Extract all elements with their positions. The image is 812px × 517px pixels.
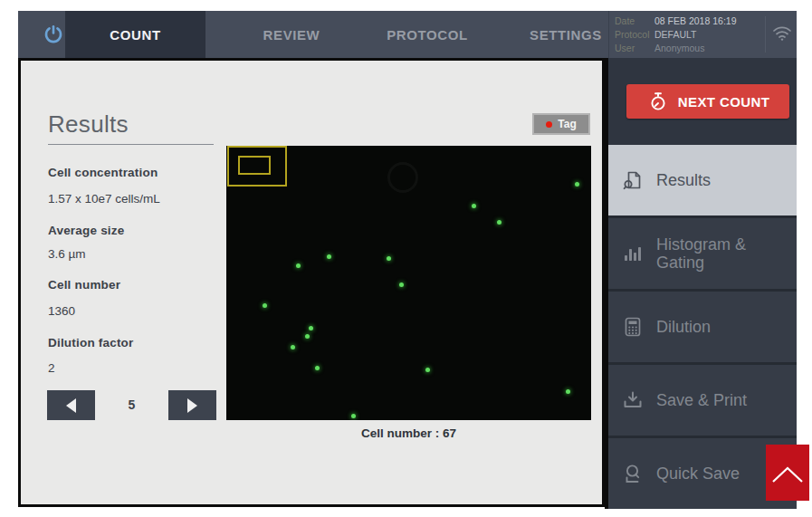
info-row-user: User Anonymous — [615, 42, 765, 54]
detected-cell-dot — [327, 254, 331, 259]
detected-cell-dot — [309, 326, 313, 330]
left-arrow-icon — [66, 398, 76, 413]
save-print-icon — [621, 388, 645, 412]
detected-cell-dot — [263, 303, 267, 308]
info-row-protocol: Protocol DEFAULT — [615, 28, 765, 41]
calculator-icon — [621, 315, 645, 339]
power-icon[interactable] — [43, 24, 64, 45]
cell-concentration-value: 1.57 x 10e7 cells/mL — [48, 192, 160, 206]
dilution-factor-label: Dilution factor — [48, 336, 134, 349]
protocol-label: Protocol — [615, 28, 654, 41]
sidebar-item-label: Results — [656, 171, 772, 189]
user-label: User — [615, 42, 654, 54]
results-title: Results — [48, 110, 129, 139]
cell-microscopy-image[interactable] — [226, 146, 591, 420]
tag-record-dot-icon — [546, 121, 552, 128]
results-title-underline — [48, 144, 214, 145]
sidebar-item-label: Save & Print — [656, 391, 772, 409]
previous-image-button[interactable] — [47, 390, 95, 420]
protocol-value: DEFAULT — [654, 28, 696, 41]
sidebar-top-section: NEXT COUNT — [608, 58, 797, 145]
detected-cell-dot — [305, 334, 310, 339]
sidebar-item-label: Dilution — [656, 318, 772, 336]
dilution-factor-value: 2 — [48, 361, 55, 375]
cell-concentration-label: Cell concentration — [48, 166, 158, 179]
info-row-date: Date 08 FEB 2018 16:19 — [615, 14, 765, 27]
histogram-icon — [621, 242, 645, 265]
quick-save-icon — [621, 462, 645, 485]
detected-cell-dot — [296, 263, 301, 268]
collapse-panel-button[interactable] — [766, 445, 809, 501]
detected-cell-dot — [472, 204, 476, 208]
sidebar-item-save-print[interactable]: Save & Print — [608, 362, 797, 436]
cell-number-label: Cell number — [48, 278, 120, 292]
wifi-icon[interactable] — [772, 25, 792, 42]
date-label: Date — [615, 14, 654, 27]
sidebar-item-dilution[interactable]: Dilution — [608, 289, 797, 362]
average-size-label: Average size — [48, 224, 124, 237]
detected-cell-dot — [497, 220, 502, 225]
next-image-button[interactable] — [168, 390, 216, 420]
detected-cell-dot — [387, 256, 391, 261]
detected-cell-dot — [425, 368, 430, 372]
detected-cell-dot — [399, 282, 404, 287]
detected-cell-dot — [315, 366, 320, 370]
session-info-panel: Date 08 FEB 2018 16:19 Protocol DEFAULT … — [608, 11, 765, 58]
image-page-number: 5 — [111, 397, 152, 412]
device-screen: COUNT REVIEW PROTOCOL SETTINGS Date 08 F… — [0, 0, 812, 517]
tag-button[interactable]: Tag — [532, 113, 590, 135]
main-content: Results Cell concentration 1.57 x 10e7 c… — [18, 58, 605, 507]
detected-cell-dot — [575, 182, 579, 187]
user-value: Anonymous — [654, 42, 704, 54]
sidebar-item-label: Histogram & Gating — [656, 235, 772, 272]
field-of-view-inner-box — [238, 156, 271, 175]
next-count-button[interactable]: NEXT COUNT — [626, 84, 789, 119]
sidebar-item-label: Quick Save — [656, 464, 772, 483]
detected-cell-dot — [566, 389, 570, 394]
stopwatch-icon — [646, 90, 670, 113]
sidebar-item-results[interactable]: Results — [608, 145, 797, 215]
next-count-label: NEXT COUNT — [678, 94, 770, 110]
tab-protocol[interactable]: PROTOCOL — [359, 11, 495, 58]
tag-button-label: Tag — [558, 118, 576, 130]
cell-number-value: 1360 — [48, 304, 75, 318]
sidebar: NEXT COUNT Results — [605, 58, 797, 509]
date-value: 08 FEB 2018 16:19 — [654, 14, 737, 27]
bubble-artifact — [387, 162, 418, 193]
tab-count[interactable]: COUNT — [65, 11, 205, 58]
top-bar-divider — [765, 16, 766, 53]
detected-cell-dot — [351, 414, 356, 418]
right-arrow-icon — [187, 398, 197, 413]
tab-review[interactable]: REVIEW — [224, 11, 359, 58]
results-icon — [621, 168, 645, 192]
detected-cell-dot — [291, 345, 295, 349]
image-cell-count-caption: Cell number : 67 — [226, 426, 591, 440]
average-size-value: 3.6 µm — [48, 247, 86, 261]
chevron-up-icon — [770, 464, 805, 484]
sidebar-item-histogram-gating[interactable]: Histogram & Gating — [608, 215, 797, 289]
top-bar: COUNT REVIEW PROTOCOL SETTINGS Date 08 F… — [18, 11, 797, 58]
